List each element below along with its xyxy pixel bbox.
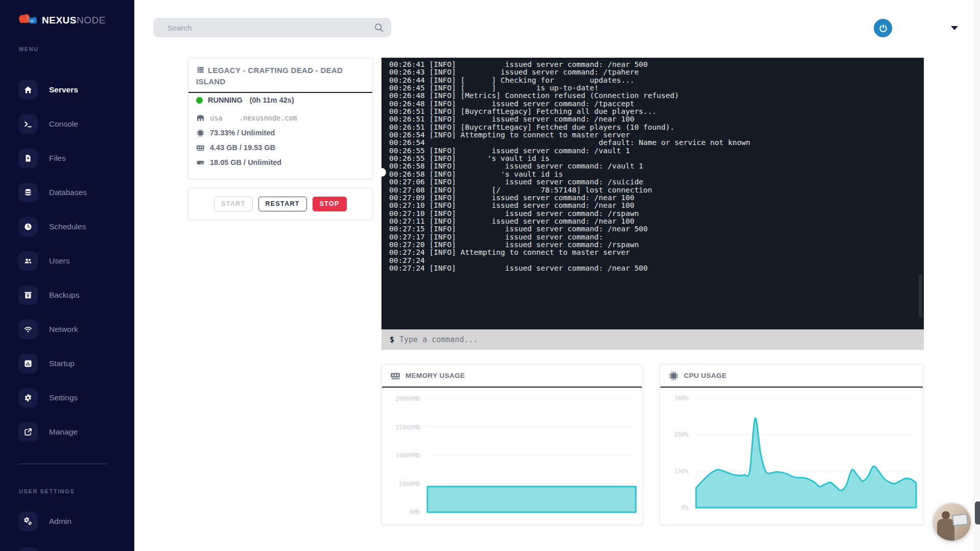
sidebar: NEXUSNODE MENU ServersConsoleFilesDataba… [0, 0, 134, 551]
console-log: 00:26:41 [INFO] issued server command: /… [381, 58, 924, 272]
console-log-line: 00:26:51 [INFO] issued server command: /… [389, 115, 924, 123]
logo[interactable]: NEXUSNODE [17, 12, 106, 28]
sidebar-item-users[interactable]: Users [18, 251, 69, 271]
cpu-card-header: CPU USAGE [660, 365, 923, 388]
console-scrollbar[interactable] [919, 274, 922, 317]
stat-row: 73.33% / Unlimited [188, 126, 372, 140]
ram-icon [390, 371, 400, 381]
sidebar-item-schedules[interactable]: Schedules [18, 217, 86, 236]
logo-cloud-icon [17, 12, 38, 28]
start-button[interactable]: START [214, 197, 252, 211]
console-log-line: 00:26:55 [INFO] 's vault id is [389, 155, 924, 162]
gear-icon [18, 388, 38, 408]
console-log-line: 00:26:48 [INFO] [Metrics] Connection ref… [389, 92, 924, 100]
stop-button[interactable]: STOP [313, 197, 347, 211]
status-dot [196, 97, 203, 104]
chevron-down-icon[interactable] [951, 26, 958, 30]
stat-value: 73.33% / Unlimited [210, 129, 275, 137]
backup-icon [18, 285, 38, 305]
page-scrollbar-track[interactable] [974, 0, 980, 551]
console-log-line: 00:26:43 [INFO] issued server command: /… [389, 68, 924, 76]
console-log-line: 00:26:54 default: Name or service not kn… [389, 139, 924, 147]
sidebar-item-label: Console [49, 119, 78, 129]
console-log-line: 00:26:45 [INFO] [ ] is up-to-date! [389, 84, 924, 92]
bank-icon [196, 114, 205, 123]
sidebar-item-console[interactable]: Console [18, 114, 78, 134]
console-log-line: 00:27:24 [INFO] Attempting to connect to… [389, 249, 924, 256]
sidebar-item-label: Users [49, 256, 69, 266]
cpu-chip-icon [668, 371, 679, 381]
prompt-symbol: $ [390, 335, 394, 344]
search-icon [374, 22, 384, 33]
y-tick-label: 0Mb [410, 509, 420, 516]
database-icon [18, 183, 38, 202]
stat-row: 4.43 GB / 19.53 GB [188, 140, 372, 155]
restart-button[interactable]: RESTART [258, 197, 307, 211]
console-log-line: 00:26:58 [INFO] issued server command: /… [389, 162, 924, 170]
terminal-icon [18, 114, 38, 134]
server-card-header: LEGACY - CRAFTING DEAD - DEAD ISLAND [188, 58, 372, 93]
ram-icon [196, 143, 205, 152]
wifi-icon [18, 320, 38, 339]
console-log-line: 00:27:08 [INFO] [/ 78:57148] lost connec… [389, 186, 924, 194]
command-bar: $ [381, 329, 924, 350]
sidebar-item-label: Servers [49, 85, 78, 94]
console-log-line: 00:26:51 [INFO] [BuycraftLegacy] Fetchin… [389, 108, 924, 115]
cpu-y-axis: 300%200%100%0% [660, 398, 692, 508]
sidebar-item-databases[interactable]: Databases [18, 183, 87, 202]
console-terminal[interactable]: 00:26:41 [INFO] issued server command: /… [381, 58, 924, 329]
console-log-line: 00:27:10 [INFO] issued server command: /… [389, 202, 924, 209]
disk-icon [196, 158, 205, 167]
power-icon[interactable] [874, 19, 892, 37]
y-tick-label: 100% [674, 468, 688, 475]
console-log-line: 00:26:51 [INFO] [BuycraftLegacy] Fetched… [389, 124, 924, 131]
sidebar-item-backups[interactable]: Backups [18, 285, 79, 305]
console-log-line: 00:27:24 [INFO] issued server command: /… [389, 265, 924, 272]
sidebar-item-label: Files [49, 154, 66, 163]
search-bar [153, 18, 391, 37]
status-row: RUNNING (0h 11m 42s) [188, 93, 372, 108]
brand-name: NEXUSNODE [42, 15, 106, 26]
console-log-line: 00:26:44 [INFO] [ ] Checking for updates… [389, 77, 924, 84]
server-stats: usa .nexusnode.com73.33% / Unlimited4.43… [188, 111, 372, 170]
sidebar-item-settings[interactable]: Settings [18, 388, 78, 408]
power-controls-card: START RESTART STOP [188, 188, 373, 220]
resize-notch[interactable] [377, 168, 386, 177]
console-log-line: 00:27:09 [INFO] issued server command: /… [389, 194, 924, 202]
sidebar-item-label: Startup [49, 359, 75, 368]
sidebar-item-manage[interactable]: Manage [18, 422, 78, 442]
y-tick-label: 5000Mb [399, 481, 420, 488]
admin-gears-icon [18, 512, 38, 531]
y-tick-label: 200% [674, 431, 688, 438]
chat-widget-avatar[interactable] [933, 503, 971, 541]
console-log-line: 00:26:54 [INFO] Attempting to connect to… [389, 131, 924, 139]
search-input[interactable] [153, 18, 391, 37]
sidebar-item-network[interactable]: Network [18, 320, 78, 339]
sidebar-item-startup[interactable]: Startup [18, 354, 75, 373]
sidebar-item-admin[interactable]: Admin [18, 512, 71, 531]
avatar-laptop [952, 513, 968, 526]
y-tick-label: 300% [674, 395, 688, 402]
page-scrollbar-thumb[interactable] [975, 501, 980, 524]
avatar-person [937, 511, 952, 541]
y-tick-label: 0% [681, 504, 688, 511]
chart-icon [18, 354, 38, 373]
y-tick-label: 15000Mb [396, 424, 420, 431]
y-tick-label: 10000Mb [396, 452, 420, 459]
stat-value: usa .nexusnode.com [210, 114, 297, 122]
home-icon [18, 80, 38, 100]
sidebar-item-servers[interactable]: Servers [18, 80, 78, 100]
cpu-chart [696, 398, 916, 508]
server-info-card: LEGACY - CRAFTING DEAD - DEAD ISLAND RUN… [188, 58, 373, 179]
sidebar-item-label: Settings [49, 393, 78, 402]
memory-usage-card: MEMORY USAGE 20000Mb15000Mb10000Mb5000Mb… [381, 364, 642, 525]
sidebar-item-label: Databases [49, 188, 87, 197]
sidebar-item-label: Backups [49, 291, 79, 300]
sidebar-item-label: Network [49, 325, 78, 334]
console-log-line: 00:27:06 [INFO] issued server command: /… [389, 178, 924, 186]
console-log-line: 00:26:55 [INFO] issued server command: /… [389, 147, 924, 155]
user-settings-section-label: USER SETTINGS [19, 488, 75, 494]
sidebar-item-files[interactable]: Files [18, 149, 66, 168]
console-log-line: 00:27:17 [INFO] issued server command: [389, 233, 924, 241]
command-input[interactable] [399, 329, 924, 350]
